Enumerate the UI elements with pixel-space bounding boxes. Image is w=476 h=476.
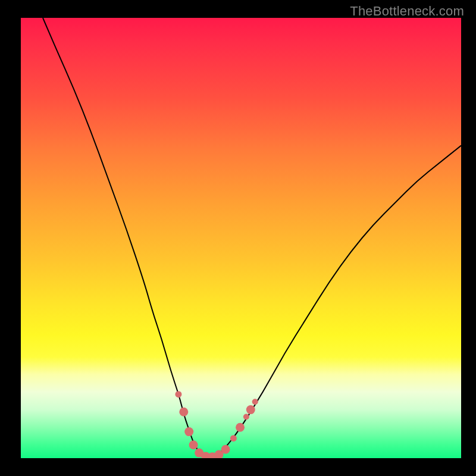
curve-marker: [246, 405, 255, 414]
curve-marker: [236, 423, 245, 432]
bottleneck-curve: [43, 18, 461, 458]
curve-marker: [179, 408, 188, 416]
curve-marker: [221, 445, 230, 454]
curve-marker: [230, 435, 237, 441]
curve-marker: [243, 414, 249, 419]
curve-marker: [189, 440, 198, 449]
curve-marker: [252, 399, 258, 405]
watermark-text: TheBottleneck.com: [350, 4, 464, 19]
curve-marker: [175, 391, 181, 397]
chart-svg: [21, 18, 461, 458]
plot-area: [21, 18, 461, 458]
chart-frame: TheBottleneck.com: [0, 0, 476, 476]
curve-marker: [184, 427, 193, 436]
